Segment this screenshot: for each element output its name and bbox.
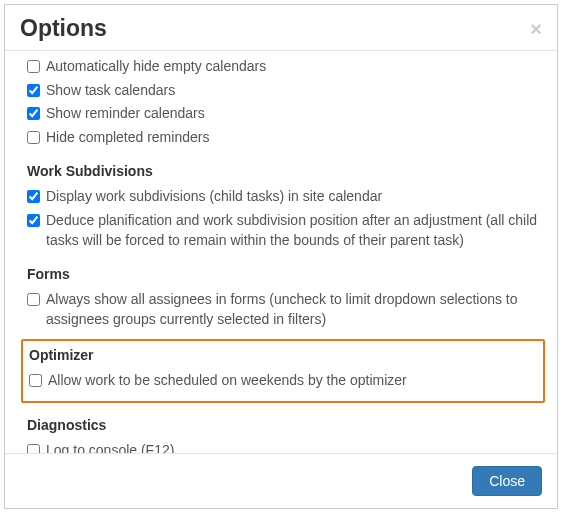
modal-footer: Close bbox=[5, 453, 557, 508]
option-label[interactable]: Display work subdivisions (child tasks) … bbox=[46, 187, 382, 207]
option-row: Display work subdivisions (child tasks) … bbox=[27, 185, 545, 209]
checkbox-allow-weekend-scheduling[interactable] bbox=[29, 374, 42, 387]
option-label[interactable]: Show task calendars bbox=[46, 81, 175, 101]
checkbox-deduce-planification[interactable] bbox=[27, 214, 40, 227]
option-label[interactable]: Automatically hide empty calendars bbox=[46, 57, 266, 77]
checkbox-show-reminder-calendars[interactable] bbox=[27, 107, 40, 120]
checkbox-hide-empty-calendars[interactable] bbox=[27, 60, 40, 73]
optimizer-highlight: Optimizer Allow work to be scheduled on … bbox=[21, 339, 545, 403]
checkbox-log-to-console[interactable] bbox=[27, 444, 40, 453]
option-label[interactable]: Deduce planification and work subdivisio… bbox=[46, 211, 545, 250]
modal-header: Options × bbox=[5, 5, 557, 51]
checkbox-hide-completed-reminders[interactable] bbox=[27, 131, 40, 144]
checkbox-display-work-subdivisions[interactable] bbox=[27, 190, 40, 203]
close-icon[interactable]: × bbox=[530, 19, 542, 39]
section-heading-optimizer: Optimizer bbox=[29, 347, 537, 363]
modal-body[interactable]: Automatically hide empty calendars Show … bbox=[5, 51, 557, 453]
option-label[interactable]: Always show all assignees in forms (unch… bbox=[46, 290, 545, 329]
option-row: Show task calendars bbox=[27, 79, 545, 103]
option-label[interactable]: Allow work to be scheduled on weekends b… bbox=[48, 371, 407, 391]
option-row: Always show all assignees in forms (unch… bbox=[27, 288, 545, 331]
options-modal: Options × Automatically hide empty calen… bbox=[4, 4, 558, 509]
option-label[interactable]: Hide completed reminders bbox=[46, 128, 209, 148]
section-heading-work-subdivisions: Work Subdivisions bbox=[27, 163, 545, 179]
option-row: Deduce planification and work subdivisio… bbox=[27, 209, 545, 252]
option-label[interactable]: Show reminder calendars bbox=[46, 104, 205, 124]
option-row: Automatically hide empty calendars bbox=[27, 55, 545, 79]
option-row: Show reminder calendars bbox=[27, 102, 545, 126]
section-heading-diagnostics: Diagnostics bbox=[27, 417, 545, 433]
option-row: Allow work to be scheduled on weekends b… bbox=[29, 369, 537, 393]
checkbox-show-task-calendars[interactable] bbox=[27, 84, 40, 97]
option-row: Log to console (F12) bbox=[27, 439, 545, 453]
option-row: Hide completed reminders bbox=[27, 126, 545, 150]
close-button[interactable]: Close bbox=[472, 466, 542, 496]
option-label[interactable]: Log to console (F12) bbox=[46, 441, 174, 453]
checkbox-always-show-assignees[interactable] bbox=[27, 293, 40, 306]
section-heading-forms: Forms bbox=[27, 266, 545, 282]
modal-title: Options bbox=[20, 15, 107, 42]
